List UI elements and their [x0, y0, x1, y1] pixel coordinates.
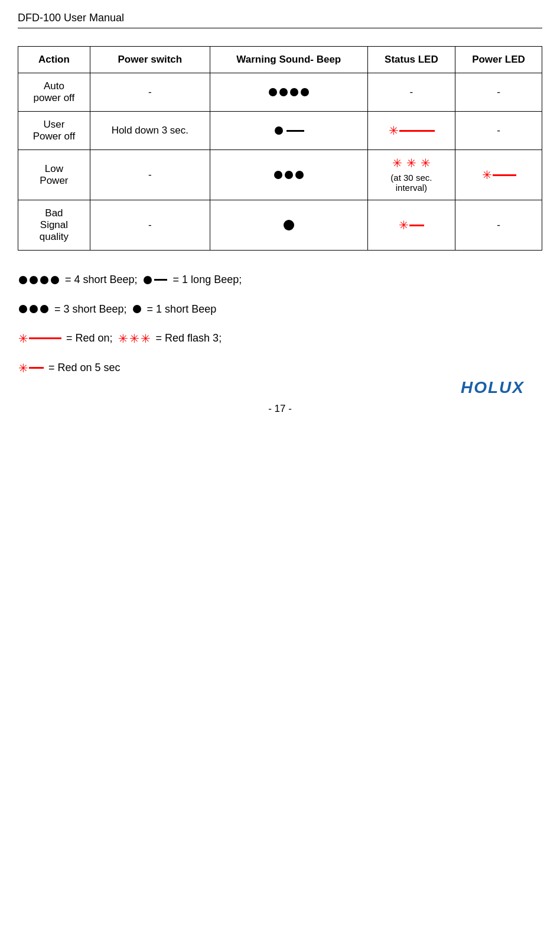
dot-icon: [285, 171, 293, 179]
legend-text-1b: = 1 long Beep;: [173, 268, 242, 292]
cell-warning-2: [210, 112, 367, 150]
legend-line-4: ✳ = Red on 5 sec: [18, 356, 542, 380]
page-number: - 17 -: [268, 403, 292, 414]
cell-status-led-4: ✳: [367, 200, 455, 251]
table-row: UserPower off Hold down 3 sec. ✳ -: [18, 112, 542, 150]
table-row: LowPower - ✳ ✳ ✳ (at 30 sec.interval): [18, 150, 542, 200]
cell-power-switch-2: Hold down 3 sec.: [90, 112, 210, 150]
legend-text-4: = Red on 5 sec: [48, 356, 121, 380]
legend-text-2: = 3 short Beep;: [54, 298, 127, 321]
page-header: DFD-100 User Manual: [18, 12, 542, 28]
dot-icon: [133, 305, 141, 313]
dot-icon: [30, 305, 38, 313]
red-star-icon: ✳: [18, 333, 28, 344]
page-footer: - 17 -: [18, 403, 542, 415]
dot-icon: [30, 276, 38, 284]
cell-warning-4: [210, 200, 367, 251]
cell-status-led-2: ✳: [367, 112, 455, 150]
dot-icon: [274, 171, 282, 179]
dot-icon: [290, 88, 298, 96]
legend-section: = 4 short Beep; = 1 long Beep; = 3 short…: [18, 268, 542, 379]
dot-icon: [301, 88, 309, 96]
cell-action-3: LowPower: [18, 150, 90, 200]
legend-line-3: ✳ = Red on; ✳ ✳ ✳ = Red flash 3;: [18, 327, 542, 350]
dot-icon: [279, 88, 288, 96]
cell-warning-1: [210, 73, 367, 112]
red-star-icon: ✳: [421, 157, 431, 169]
dot-icon: [295, 171, 304, 179]
col-action: Action: [18, 47, 90, 73]
cell-power-led-4: -: [455, 200, 542, 251]
dot-icon: [19, 305, 27, 313]
red-line-icon: [409, 225, 424, 226]
legend-text-2b: = 1 short Beep: [147, 298, 217, 321]
page-title: DFD-100 User Manual: [18, 12, 124, 24]
table-row: Autopower off - - -: [18, 73, 542, 112]
cell-status-led-1: -: [367, 73, 455, 112]
dot-icon: [275, 126, 283, 135]
red-star-icon: ✳: [389, 125, 399, 136]
cell-power-led-3: ✳: [455, 150, 542, 200]
red-star-icon: ✳: [482, 169, 492, 181]
red-star-icon: ✳: [406, 157, 416, 169]
red-long-line-icon: [29, 337, 61, 339]
dot-icon: [19, 276, 27, 284]
col-power-led: Power LED: [455, 47, 542, 73]
red-line-icon: [399, 130, 435, 132]
red-short-line-icon: [29, 367, 44, 369]
cell-action-1: Autopower off: [18, 73, 90, 112]
cell-status-led-3: ✳ ✳ ✳ (at 30 sec.interval): [367, 150, 455, 200]
legend-text-3: = Red on;: [66, 327, 113, 350]
legend-line-2: = 3 short Beep; = 1 short Beep: [18, 298, 542, 321]
table-row: BadSignalquality - ✳ -: [18, 200, 542, 251]
dot-icon: [269, 88, 277, 96]
long-line-icon: [154, 279, 167, 281]
main-table: Action Power switch Warning Sound- Beep …: [18, 46, 542, 251]
cell-warning-3: [210, 150, 367, 200]
holux-logo: HOLUX: [461, 378, 525, 397]
cell-power-switch-4: -: [90, 200, 210, 251]
red-star-icon: ✳: [392, 157, 402, 169]
red-line-icon: [493, 174, 516, 176]
cell-power-switch-3: -: [90, 150, 210, 200]
footer-wrapper: - 17 - HOLUX: [18, 403, 542, 415]
red-star-icon: ✳: [129, 333, 139, 344]
legend-text-3b: = Red flash 3;: [156, 327, 222, 350]
red-star-icon: ✳: [141, 333, 151, 344]
dot-icon: [284, 220, 294, 230]
red-star-icon: ✳: [399, 219, 409, 231]
cell-action-2: UserPower off: [18, 112, 90, 150]
red-star-icon: ✳: [118, 333, 128, 344]
cell-power-led-1: -: [455, 73, 542, 112]
col-status-led: Status LED: [367, 47, 455, 73]
cell-power-led-2: -: [455, 112, 542, 150]
col-power-switch: Power switch: [90, 47, 210, 73]
long-line-icon: [286, 130, 304, 132]
legend-text-1: = 4 short Beep;: [65, 268, 138, 292]
legend-line-1: = 4 short Beep; = 1 long Beep;: [18, 268, 542, 292]
red-star-icon: ✳: [18, 362, 28, 374]
dot-icon: [144, 276, 152, 284]
dot-icon: [40, 305, 48, 313]
dot-icon: [40, 276, 48, 284]
cell-action-4: BadSignalquality: [18, 200, 90, 251]
dot-icon: [51, 276, 59, 284]
col-warning-sound: Warning Sound- Beep: [210, 47, 367, 73]
cell-power-switch-1: -: [90, 73, 210, 112]
